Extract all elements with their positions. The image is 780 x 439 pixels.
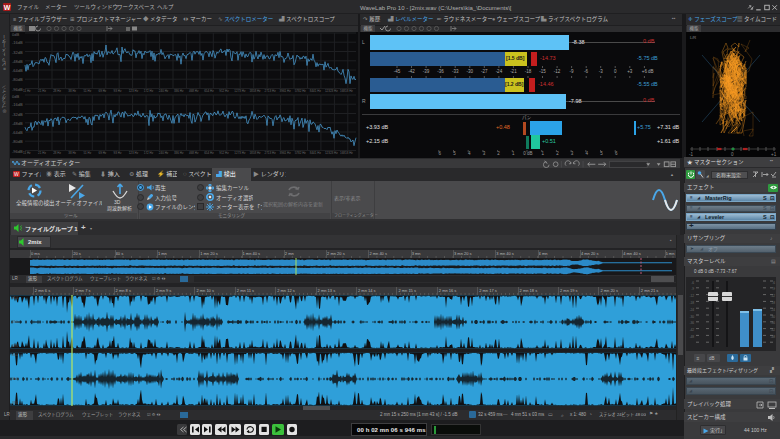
svg-text:-12: -12 [689,294,694,298]
svg-text:-6: -6 [772,281,775,285]
svg-text:-9: -9 [691,287,694,291]
svg-text:-12: -12 [770,294,775,298]
svg-text:-48: -48 [770,335,775,339]
svg-text:-36: -36 [689,321,694,325]
svg-text:-36: -36 [770,321,775,325]
svg-text:-48: -48 [689,335,694,339]
svg-text:-18: -18 [770,301,775,305]
svg-text:-42: -42 [770,328,775,332]
svg-text:-30: -30 [770,315,775,319]
svg-text:-18: -18 [689,301,694,305]
svg-text:-30: -30 [689,315,694,319]
svg-text:-24: -24 [689,308,694,312]
svg-text:-42: -42 [689,328,694,332]
svg-text:-24: -24 [770,308,775,312]
svg-text:-9: -9 [772,287,775,291]
svg-text:-6: -6 [691,281,694,285]
